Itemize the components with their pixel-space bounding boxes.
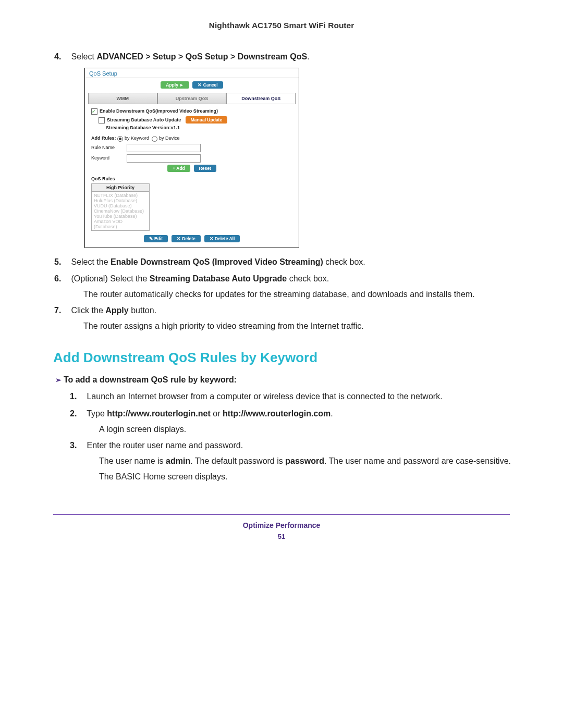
list-item[interactable]: CinemaNow (Database) bbox=[94, 208, 147, 214]
panel-title: QoS Setup bbox=[85, 68, 299, 78]
rule-name-input[interactable] bbox=[127, 144, 201, 152]
list-item[interactable]: YouTube (Database) bbox=[94, 214, 147, 219]
cancel-button[interactable]: ✕ Cancel bbox=[192, 81, 223, 89]
section-heading: Add Downstream QoS Rules by Keyword bbox=[53, 350, 525, 366]
radio-by-keyword[interactable] bbox=[117, 136, 123, 142]
step-7: 7. Click the Apply button. bbox=[69, 305, 515, 316]
step-5: 5. Select the Enable Downstream QoS (Imp… bbox=[69, 256, 515, 268]
para-auto-update: The router automatically checks for upda… bbox=[83, 289, 515, 300]
step-6: 6. (Optional) Select the Streaming Datab… bbox=[69, 273, 515, 285]
apply-button[interactable]: Apply ► bbox=[161, 81, 189, 89]
priority-items[interactable]: NETFLIX (Database) HuluPlus (Database) V… bbox=[92, 192, 149, 230]
qos-screenshot: QoS Setup Apply ► ✕ Cancel WMM Upstream … bbox=[84, 68, 299, 248]
step-4: 4. Select ADVANCED > Setup > QoS Setup >… bbox=[69, 51, 515, 63]
proc-step-3-sub-a: The user name is admin. The default pass… bbox=[99, 455, 515, 467]
footer-label: Optimize Performance bbox=[38, 521, 525, 529]
radio-by-device[interactable] bbox=[152, 136, 157, 142]
proc-step-3-sub-b: The BASIC Home screen displays. bbox=[99, 471, 515, 483]
list-item[interactable]: HuluPlus (Database) bbox=[94, 198, 147, 203]
proc-step-3: 3. Enter the router user name and passwo… bbox=[84, 440, 515, 451]
edit-button[interactable]: ✎ Edit bbox=[144, 235, 168, 242]
procedure-intro: To add a downstream QoS rule by keyword: bbox=[69, 375, 525, 385]
checkbox-auto-update[interactable] bbox=[99, 117, 105, 124]
priority-list: High Priority NETFLIX (Database) HuluPlu… bbox=[91, 183, 150, 231]
list-item[interactable]: NETFLIX (Database) bbox=[94, 193, 147, 198]
qos-tabs: WMM Upstream QoS Downstream QoS bbox=[88, 93, 296, 104]
para-apply-result: The router assigns a high priority to vi… bbox=[83, 320, 515, 332]
delete-button[interactable]: ✕ Delete bbox=[172, 235, 201, 242]
page-header: Nighthawk AC1750 Smart WiFi Router bbox=[38, 21, 525, 30]
footer-divider bbox=[53, 514, 510, 515]
proc-step-2: 2. Type http://www.routerlogin.net or ht… bbox=[84, 408, 515, 419]
proc-step-1: 1. Launch an Internet browser from a com… bbox=[84, 391, 515, 402]
checkbox-enable-downstream[interactable] bbox=[91, 108, 97, 115]
tab-wmm[interactable]: WMM bbox=[88, 93, 157, 104]
step-text: Select bbox=[71, 52, 96, 61]
proc-step-2-sub: A login screen displays. bbox=[99, 424, 515, 435]
nav-path: ADVANCED > Setup > QoS Setup > Downstrea… bbox=[96, 52, 307, 61]
manual-update-button[interactable]: Manual Update bbox=[186, 116, 227, 124]
list-item[interactable]: Amazon VOD (Database) bbox=[94, 219, 147, 229]
footer-page-number: 51 bbox=[38, 533, 525, 540]
step-number: 4. bbox=[54, 51, 69, 63]
reset-button[interactable]: Reset bbox=[194, 165, 216, 172]
tab-downstream[interactable]: Downstream QoS bbox=[226, 93, 296, 104]
tab-upstream[interactable]: Upstream QoS bbox=[157, 93, 227, 104]
add-button[interactable]: + Add bbox=[167, 165, 190, 172]
delete-all-button[interactable]: ✕ Delete All bbox=[204, 235, 240, 242]
keyword-input[interactable] bbox=[127, 154, 201, 163]
list-item[interactable]: VUDU (Database) bbox=[94, 203, 147, 208]
